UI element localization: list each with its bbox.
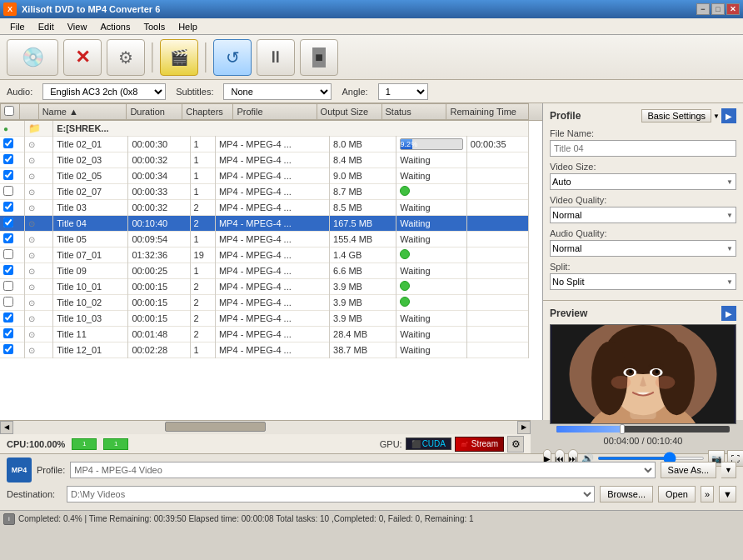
- angle-select[interactable]: 1: [378, 83, 428, 100]
- cpu-bar-1[interactable]: 1: [72, 438, 97, 450]
- remove-button[interactable]: ✕: [63, 39, 102, 76]
- row-checkbox-cell[interactable]: [0, 279, 24, 295]
- filename-input[interactable]: [550, 140, 736, 157]
- menu-actions[interactable]: Actions: [93, 20, 137, 33]
- row-checkbox-cell[interactable]: [0, 311, 24, 327]
- destination-select[interactable]: D:\My Videos: [67, 486, 595, 502]
- videoquality-label: Video Quality:: [550, 195, 736, 205]
- folder-row[interactable]: ● 📁 E:[SHREK...: [0, 121, 529, 137]
- row-checkbox[interactable]: [3, 328, 13, 338]
- settings-button[interactable]: ⚙: [107, 39, 145, 76]
- pause-button[interactable]: ⏸: [257, 39, 295, 76]
- options-button[interactable]: »: [701, 486, 714, 502]
- stream-button[interactable]: ㎡ Stream: [455, 437, 504, 452]
- profile-select[interactable]: MP4 - MPEG-4 Video: [70, 462, 655, 478]
- table-row[interactable]: ⊙ Title 12_01 00:02:28 1 MP4 - MPEG-4 ..…: [0, 342, 529, 358]
- preview-expand-button[interactable]: ▶: [721, 306, 736, 321]
- table-row[interactable]: ⊙ Title 10_02 00:00:15 2 MP4 - MPEG-4 ..…: [0, 295, 529, 311]
- minimize-button[interactable]: −: [696, 3, 710, 15]
- table-row[interactable]: ⊙ Title 03 00:00:32 2 MP4 - MPEG-4 ... 8…: [0, 200, 529, 216]
- videoquality-select[interactable]: Normal: [550, 207, 736, 223]
- row-checkbox[interactable]: [3, 312, 13, 322]
- expand-panel-button[interactable]: ▶: [721, 108, 736, 123]
- cuda-button[interactable]: ⬛ CUDA: [406, 438, 451, 450]
- table-row[interactable]: ⊙ Title 09 00:00:25 1 MP4 - MPEG-4 ... 6…: [0, 263, 529, 279]
- preview-timeline[interactable]: [556, 426, 730, 432]
- subtitles-select[interactable]: None: [223, 83, 332, 100]
- more-button[interactable]: ▼: [719, 486, 736, 502]
- close-button[interactable]: ✕: [726, 3, 740, 15]
- start-button[interactable]: ↺: [213, 39, 252, 76]
- row-checkbox-cell[interactable]: [0, 295, 24, 311]
- row-checkbox-cell[interactable]: [0, 248, 24, 263]
- row-checkbox[interactable]: [3, 218, 13, 228]
- row-checkbox-cell[interactable]: [0, 137, 24, 152]
- table-row[interactable]: ⊙ Title 02_01 00:00:30 1 MP4 - MPEG-4 ..…: [0, 137, 529, 152]
- row-checkbox-cell[interactable]: [0, 184, 24, 200]
- row-checkbox[interactable]: [3, 265, 13, 275]
- col-header-check[interactable]: [1, 104, 20, 120]
- row-checkbox[interactable]: [3, 138, 13, 148]
- row-checkbox[interactable]: [3, 202, 13, 212]
- split-select[interactable]: No Split: [550, 273, 736, 290]
- audioquality-select[interactable]: Normal: [550, 240, 736, 257]
- h-scrollbar[interactable]: ◀ ▶: [0, 420, 531, 433]
- table-row[interactable]: ⊙ Title 11 00:01:48 2 MP4 - MPEG-4 ... 2…: [0, 327, 529, 342]
- row-checkbox[interactable]: [3, 297, 13, 307]
- open-button[interactable]: Open: [658, 486, 696, 502]
- row-checkbox-cell[interactable]: [0, 216, 24, 232]
- maximize-button[interactable]: □: [711, 3, 725, 15]
- timeline-thumb[interactable]: [620, 424, 625, 434]
- scroll-track[interactable]: [13, 421, 517, 434]
- basic-settings-button[interactable]: Basic Settings: [641, 109, 711, 122]
- table-row[interactable]: ⊙ Title 02_05 00:00:34 1 MP4 - MPEG-4 ..…: [0, 168, 529, 184]
- scroll-left-button[interactable]: ◀: [0, 421, 13, 434]
- add-button[interactable]: 💿: [7, 39, 58, 76]
- row-checkbox[interactable]: [3, 154, 13, 164]
- col-header-remain[interactable]: Remaining Time: [446, 104, 529, 120]
- table-row[interactable]: ⊙ Title 02_07 00:00:33 1 MP4 - MPEG-4 ..…: [0, 184, 529, 200]
- row-checkbox-cell[interactable]: [0, 263, 24, 279]
- menu-file[interactable]: File: [3, 20, 32, 33]
- col-header-status[interactable]: Status: [381, 104, 446, 120]
- row-checkbox-cell[interactable]: [0, 200, 24, 216]
- menu-view[interactable]: View: [61, 20, 94, 33]
- file-table-scroll[interactable]: ● 📁 E:[SHREK... ⊙ Title 02_01 00:00:30 1…: [0, 121, 542, 420]
- table-row[interactable]: ⊙ Title 05 00:09:54 1 MP4 - MPEG-4 ... 1…: [0, 232, 529, 248]
- row-checkbox[interactable]: [3, 344, 13, 354]
- row-checkbox-cell[interactable]: [0, 232, 24, 248]
- row-checkbox[interactable]: [3, 186, 13, 196]
- table-row[interactable]: ⊙ Title 02_03 00:00:32 1 MP4 - MPEG-4 ..…: [0, 152, 529, 168]
- scroll-right-button[interactable]: ▶: [517, 421, 531, 434]
- row-checkbox[interactable]: [3, 281, 13, 291]
- row-checkbox-cell[interactable]: [0, 152, 24, 168]
- menu-tools[interactable]: Tools: [137, 20, 172, 33]
- col-header-size[interactable]: Output Size: [317, 104, 381, 120]
- gpu-settings-button[interactable]: ⚙: [507, 436, 524, 452]
- save-as-button[interactable]: Save As...: [661, 462, 717, 478]
- table-row[interactable]: ⊙ Title 04 00:10:40 2 MP4 - MPEG-4 ... 1…: [0, 216, 529, 232]
- browse-button[interactable]: Browse...: [600, 486, 653, 502]
- videosize-select[interactable]: Auto: [550, 173, 736, 190]
- audio-select[interactable]: English AC3 2ch (0x8: [42, 83, 166, 100]
- convert-button[interactable]: 🎬: [160, 39, 198, 76]
- col-header-name[interactable]: Name ▲: [38, 104, 127, 120]
- menu-edit[interactable]: Edit: [32, 20, 61, 33]
- save-as-dropdown-button[interactable]: ▼: [721, 462, 736, 478]
- row-checkbox-cell[interactable]: [0, 327, 24, 342]
- table-row[interactable]: ⊙ Title 07_01 01:32:36 19 MP4 - MPEG-4 .…: [0, 248, 529, 263]
- col-header-duration[interactable]: Duration: [127, 104, 182, 120]
- scroll-thumb[interactable]: [165, 422, 266, 432]
- cpu-bar-2[interactable]: 1: [103, 438, 128, 450]
- table-row[interactable]: ⊙ Title 10_01 00:00:15 2 MP4 - MPEG-4 ..…: [0, 279, 529, 295]
- col-header-chapters[interactable]: Chapters: [182, 104, 233, 120]
- table-row[interactable]: ⊙ Title 10_03 00:00:15 2 MP4 - MPEG-4 ..…: [0, 311, 529, 327]
- stop-button[interactable]: ■: [300, 39, 338, 76]
- row-checkbox[interactable]: [3, 233, 13, 243]
- menu-help[interactable]: Help: [172, 20, 204, 33]
- row-checkbox[interactable]: [3, 170, 13, 180]
- col-header-profile[interactable]: Profile: [233, 104, 317, 120]
- row-checkbox-cell[interactable]: [0, 342, 24, 358]
- row-checkbox[interactable]: [3, 249, 13, 259]
- row-checkbox-cell[interactable]: [0, 168, 24, 184]
